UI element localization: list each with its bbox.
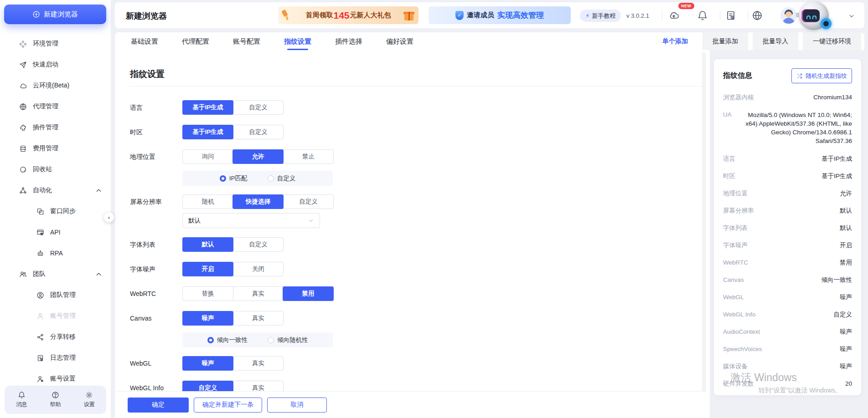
- quickbar-help-button[interactable]: 帮助: [38, 386, 72, 414]
- quickbar-settings-button[interactable]: 设置: [72, 386, 106, 414]
- geolocation-option-2[interactable]: 允许: [232, 149, 284, 164]
- webgl-option-2[interactable]: 真实: [233, 357, 283, 370]
- sidebar-item-proxy[interactable]: 代理管理: [0, 96, 111, 117]
- page-title: 新建浏览器: [126, 10, 167, 21]
- mode-tab-batch-add[interactable]: 批量添加: [703, 32, 748, 50]
- new-browser-button[interactable]: 新建浏览器: [4, 5, 106, 24]
- font-noise-option-2[interactable]: 关闭: [233, 262, 283, 276]
- panel-row-canvas: Canvas倾向一致性: [723, 276, 852, 284]
- tab-basic[interactable]: 基础设置: [130, 32, 159, 50]
- avatar[interactable]: [780, 7, 797, 24]
- regenerate-fingerprint-button[interactable]: 随机生成新指纹: [791, 68, 852, 83]
- panel-row-label: 媒体设备: [723, 362, 748, 370]
- geolocation-option-3[interactable]: 禁止: [283, 150, 333, 163]
- sidebar-item-share-transfer[interactable]: 分享转移: [0, 326, 111, 347]
- language-option-1[interactable]: 基于IP生成: [182, 100, 233, 115]
- tab-preference[interactable]: 偏好设置: [385, 32, 414, 50]
- geolocation-segmented-control: 询问允许禁止: [182, 149, 334, 164]
- canvas-option-1[interactable]: 噪声: [182, 311, 233, 326]
- resolution-option-2[interactable]: 快捷选择: [232, 194, 284, 209]
- geolocation-radio-row: IP匹配自定义: [130, 171, 713, 186]
- timezone-option-2[interactable]: 自定义: [233, 125, 283, 139]
- panel-row-label: 语言: [723, 155, 735, 163]
- cancel-button[interactable]: 取消: [267, 398, 327, 413]
- sidebar-item-recycle-bin[interactable]: 回收站: [0, 159, 111, 180]
- mode-tab-single-add[interactable]: 单个添加: [652, 32, 698, 50]
- sidebar-item-account-manage[interactable]: 账号管理: [0, 306, 111, 326]
- webrtc-option-1[interactable]: 替换: [183, 287, 233, 301]
- tutorial-button[interactable]: ⚡ 新手教程: [580, 10, 621, 22]
- canvas-radio-1[interactable]: 倾向一致性: [207, 336, 248, 344]
- font-list-option-2[interactable]: 自定义: [233, 238, 283, 251]
- panel-row-value: 噪声: [840, 362, 852, 370]
- sidebar-collapse-button[interactable]: ‹: [104, 212, 114, 222]
- window-sync-icon: [36, 208, 44, 215]
- mode-tab-migrate[interactable]: 一键迁移环境: [803, 32, 861, 50]
- newcomer-gift-banner[interactable]: 首周领取 145 元新人大礼包: [278, 6, 418, 24]
- tab-proxy[interactable]: 代理配置: [181, 32, 210, 50]
- operation-log-icon[interactable]: [725, 10, 736, 21]
- form-row-geolocation: 地理位置询问允许禁止: [130, 149, 713, 164]
- panel-row-label: 地理位置: [723, 189, 748, 197]
- person-circle-icon: [36, 291, 44, 299]
- geolocation-radio-2[interactable]: 自定义: [268, 174, 296, 183]
- resolution-option-3[interactable]: 自定义: [283, 195, 333, 209]
- sidebar-item-plugin[interactable]: 插件管理: [0, 117, 111, 138]
- panel-row-label: 浏览器内核: [723, 93, 754, 101]
- globe-icon: [19, 103, 27, 111]
- tab-account[interactable]: 账号配置: [232, 32, 261, 50]
- sidebar-item-window-sync[interactable]: 窗口同步: [0, 201, 111, 222]
- tab-plugin[interactable]: 插件选择: [334, 32, 363, 50]
- radio-selected-icon: [207, 337, 214, 343]
- webrtc-option-2[interactable]: 真实: [233, 287, 283, 301]
- assistant-robot-mascot[interactable]: [795, 1, 832, 32]
- font-noise-option-1[interactable]: 开启: [182, 262, 233, 276]
- mode-tab-batch-import[interactable]: 批量导入: [753, 32, 798, 50]
- confirm-button[interactable]: 确定: [128, 398, 189, 413]
- geolocation-radio-1[interactable]: IP匹配: [220, 174, 248, 183]
- geolocation-option-1[interactable]: 询问: [183, 150, 233, 163]
- cloud-upload-icon[interactable]: [668, 10, 679, 21]
- canvas-option-2[interactable]: 真实: [233, 311, 283, 325]
- person-icon: [36, 312, 44, 320]
- sidebar-item-log-manage[interactable]: 日志管理: [0, 347, 111, 368]
- language-segmented-control: 基于IP生成自定义: [182, 100, 284, 115]
- language-option-2[interactable]: 自定义: [233, 101, 283, 114]
- sidebar-item-team-manage[interactable]: 团队管理: [0, 285, 111, 306]
- panel-row-font-list: 字体列表默认: [723, 224, 852, 232]
- notification-bell-icon[interactable]: [697, 10, 708, 21]
- font-list-option-1[interactable]: 默认: [182, 237, 233, 252]
- sidebar-item-environment[interactable]: 环境管理: [0, 33, 111, 54]
- lightning-icon: ⚡: [585, 12, 589, 19]
- sidebar-item-rpa[interactable]: RPA: [0, 243, 111, 264]
- sidebar-item-automation[interactable]: 自动化: [0, 180, 111, 201]
- panel-row-value: 噪声: [840, 293, 852, 301]
- sidebar-item-api[interactable]: API: [0, 222, 111, 243]
- chevron-down-icon[interactable]: [848, 12, 855, 20]
- sidebar-item-quick-launch[interactable]: 快速启动: [0, 54, 111, 75]
- radio-unselected-icon: [268, 337, 274, 343]
- sidebar-item-label: 团队: [33, 270, 46, 278]
- resolution-option-1[interactable]: 随机: [183, 195, 233, 209]
- canvas-radio-2[interactable]: 倾向随机性: [268, 336, 308, 344]
- canvas-radio-group: 倾向一致性倾向随机性: [182, 332, 333, 347]
- webgl-option-1[interactable]: 噪声: [182, 356, 233, 371]
- panel-row-value: 允许: [840, 189, 852, 197]
- tab-fingerprint[interactable]: 指纹设置: [283, 32, 312, 50]
- radio-label: IP匹配: [229, 174, 248, 183]
- resolution-dropdown[interactable]: 默认: [182, 213, 320, 228]
- sidebar-item-team[interactable]: 团队: [0, 264, 111, 285]
- robot-icon: [36, 250, 44, 257]
- tutorial-label: 新手教程: [592, 12, 615, 20]
- timezone-option-1[interactable]: 基于IP生成: [182, 125, 233, 139]
- sidebar-item-billing[interactable]: 费用管理: [0, 138, 111, 159]
- radio-unselected-icon: [268, 175, 274, 182]
- invite-members-banner[interactable]: ✓ 邀请成员 实现高效管理: [429, 6, 571, 24]
- quickbar-message-button[interactable]: 消息: [5, 386, 38, 414]
- language-globe-icon[interactable]: [752, 10, 763, 21]
- sidebar-item-cloud-env[interactable]: 云环境(Beta): [0, 75, 111, 96]
- webrtc-option-3[interactable]: 禁用: [283, 286, 334, 301]
- confirm-and-next-button[interactable]: 确定并新建下一条: [194, 398, 262, 413]
- font-list-segmented-control: 默认自定义: [182, 237, 284, 252]
- recycle-icon: [19, 166, 27, 173]
